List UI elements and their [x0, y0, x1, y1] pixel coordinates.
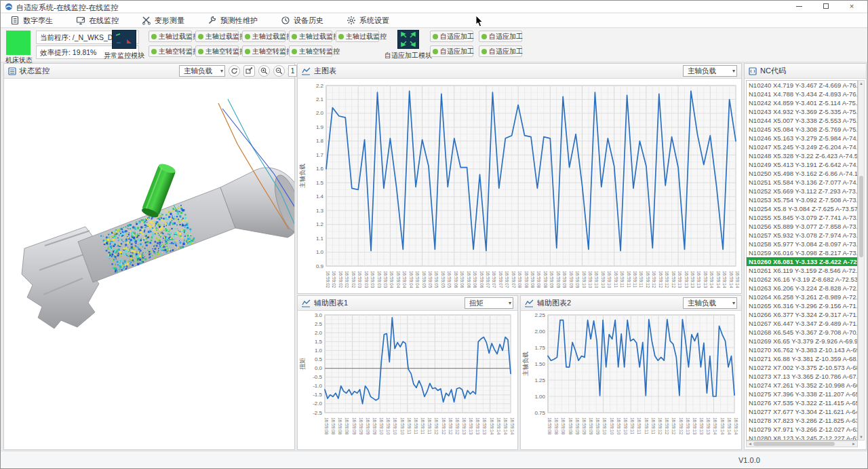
zoom-scale-value[interactable]: 1 — [288, 65, 297, 77]
menu-item-online-monitor[interactable]: 在线监控 — [73, 14, 121, 27]
spindle-idle-monitor-button[interactable]: 主轴空转监控 — [149, 45, 192, 57]
scroll-up-icon[interactable]: ▲ — [859, 81, 864, 86]
scrollbar-thumb[interactable] — [859, 176, 863, 257]
nc-line[interactable]: N10241 X4.788 Y-3.434 Z-4.893 A-76.062 — [747, 90, 857, 98]
adaptive-machining-button[interactable]: 自适应加工 — [430, 45, 473, 57]
nc-line[interactable]: N10262 X6.16 Y-3.19 Z-8.682 A-72.534 C — [747, 275, 857, 284]
adaptive-machining-button[interactable]: 自适应加工 — [479, 45, 522, 57]
app-window: 自适应系统-在线监控-在线监控 × 数字孪生 在线监控 变形测量 预测性维护 设… — [0, 0, 868, 469]
spindle-idle-monitor-button[interactable]: 主轴空转监控 — [242, 45, 285, 57]
zoom-out-icon[interactable] — [273, 65, 285, 77]
nc-line[interactable]: N10277 X7.677 Y-3.304 Z-11.621 A-64.48 — [747, 407, 857, 416]
nc-line[interactable]: N10256 X5.889 Y-3.077 Z-7.858 A-73.348 — [747, 222, 857, 231]
nc-line[interactable]: N10267 X6.447 Y-3.347 Z-9.489 A-71.055 — [747, 319, 857, 328]
aux-chart1-metric-dropdown[interactable]: 扭矩▾ — [465, 297, 513, 309]
nc-line[interactable]: N10257 X5.932 Y-3.078 Z-7.974 A-73.243 — [747, 231, 857, 240]
nc-line[interactable]: N10264 X6.258 Y-3.261 Z-8.989 A-72.072 — [747, 293, 857, 301]
nc-line[interactable]: N10266 X6.377 Y-3.324 Z-9.317 A-71.443 — [747, 310, 857, 319]
nc-line[interactable]: N10244 X5.007 Y-3.338 Z-5.553 A-75.297 — [747, 116, 857, 125]
nc-line[interactable]: N10263 X6.206 Y-3.224 Z-8.828 A-72.33 C — [747, 284, 857, 293]
nc-line[interactable]: N10276 X7.535 Y-3.322 Z-11.415 A-65.22 — [747, 398, 857, 407]
efficiency-label: 效率提升: — [40, 48, 71, 56]
spindle-idle-monitor-button[interactable]: 主轴空转监控 — [195, 45, 239, 57]
spindle-overload-monitor-button[interactable]: 主轴过载监控 — [195, 31, 239, 42]
nc-line-current[interactable]: N10260 X6.081 Y-3.133 Z-8.422 A-72.835 — [747, 257, 857, 266]
nc-line[interactable]: N10269 X6.65 Y-3.379 Z-9.926 A-69.947 C — [747, 337, 857, 345]
spindle-idle-monitor-button[interactable]: 主轴空转监控 — [289, 45, 332, 57]
scroll-right-icon[interactable]: ► — [851, 442, 856, 446]
svg-text:16:59:13: 16:59:13 — [699, 417, 704, 435]
nc-line[interactable]: N10271 X6.88 Y-3.381 Z-10.359 A-68.711 — [747, 354, 857, 363]
nc-line[interactable]: N10250 X5.498 Y-3.162 Z-6.86 A-74.178 C — [747, 169, 857, 178]
svg-text:16:59:10: 16:59:10 — [594, 271, 599, 288]
nc-line[interactable]: N10245 X5.084 Y-3.308 Z-5.769 A-75.088 — [747, 125, 857, 134]
nc-line[interactable]: N10253 X5.754 Y-3.092 Z-7.508 A-73.677 — [747, 195, 857, 204]
button-label: 主轴空转监控 — [159, 47, 199, 56]
button-label: 自适应加工 — [489, 32, 523, 41]
nc-line[interactable]: N10240 X4.719 Y-3.467 Z-4.669 A-76.396 — [747, 81, 857, 90]
nc-line[interactable]: N10252 X5.669 Y-3.112 Z-7.293 A-73.844 — [747, 187, 857, 195]
nc-line[interactable]: N10259 X6.016 Y-3.098 Z-8.217 A-73.036 — [747, 248, 857, 257]
menu-item-deformation-measure[interactable]: 变形测量 — [139, 14, 187, 27]
svg-text:16:59:14: 16:59:14 — [734, 417, 738, 435]
close-button[interactable]: × — [840, 1, 863, 13]
svg-text:16:59:14: 16:59:14 — [503, 417, 508, 435]
menu-item-predictive-maintenance[interactable]: 预测性维护 — [205, 14, 260, 27]
rotate-view-icon[interactable] — [229, 65, 240, 77]
spindle-overload-monitor-button[interactable]: 主轴过载监控 — [289, 31, 332, 42]
nc-line[interactable]: N10243 X4.932 Y-3.369 Z-5.335 A-75.523 — [747, 107, 857, 116]
nc-line[interactable]: N10248 X5.328 Y-3.22 Z-6.423 A-74.52 C — [747, 151, 857, 160]
spindle-overload-monitor-button[interactable]: 主轴过载监控 — [149, 31, 192, 42]
menu-item-device-history[interactable]: 设备历史 — [278, 14, 326, 27]
nc-line[interactable]: N10251 X5.584 Y-3.136 Z-7.077 A-74.012 — [747, 178, 857, 187]
svg-text:16:59:11: 16:59:11 — [633, 271, 637, 288]
adaptive-machining-module-icon[interactable] — [397, 30, 419, 49]
minimize-button[interactable] — [787, 1, 810, 13]
line-chart-icon — [525, 299, 534, 307]
aux-chart2-metric-dropdown[interactable]: 主轴负载▾ — [683, 297, 737, 309]
nc-line[interactable]: N10258 X5.977 Y-3.084 Z-8.097 A-73.138 — [747, 240, 857, 248]
maximize-button[interactable] — [814, 1, 837, 13]
nc-line[interactable]: N10275 X7.396 Y-3.338 Z-11.207 A-65.95 — [747, 390, 857, 398]
nc-line[interactable]: N10261 X6.119 Y-3.159 Z-8.546 A-72.701 — [747, 266, 857, 275]
anomaly-monitor-module-icon[interactable] — [112, 30, 136, 49]
nc-line[interactable]: N10268 X6.545 Y-3.367 Z-9.708 A-70.519 — [747, 328, 857, 337]
nc-horizontal-scrollbar[interactable]: ◄ ► — [746, 440, 858, 447]
nc-line[interactable]: N10265 X6.316 Y-3.296 Z-9.156 A-71.771 — [747, 301, 857, 310]
svg-text:16:59:03: 16:59:03 — [357, 271, 362, 288]
svg-text:16:59:12: 16:59:12 — [658, 417, 663, 435]
nc-line[interactable]: N10278 X7.823 Y-3.286 Z-11.825 A-63.73 — [747, 416, 857, 425]
nc-line[interactable]: N10247 X5.245 Y-3.249 Z-6.204 A-74.701 — [747, 143, 857, 151]
status-metric-dropdown[interactable]: 主轴负载▾ — [179, 65, 225, 77]
scrollbar-thumb[interactable] — [753, 442, 835, 446]
nc-line[interactable]: N10272 X7.002 Y-3.375 Z-10.573 A-68.05 — [747, 363, 857, 372]
scroll-down-icon[interactable]: ▼ — [859, 435, 864, 439]
adaptive-machining-button[interactable]: 自适应加工 — [430, 31, 473, 42]
nc-line[interactable]: N10280 X8.123 Y-3.245 Z-12.227 A-62.23 — [747, 434, 857, 440]
nc-line[interactable]: N10254 X5.8 Y-3.084 Z-7.625 A-73.571 C — [747, 204, 857, 213]
scroll-left-icon[interactable]: ◄ — [747, 442, 753, 446]
nc-line[interactable]: N10273 X7.13 Y-3.365 Z-10.786 A-67.372 — [747, 372, 857, 381]
nc-vertical-scrollbar[interactable]: ▲ ▼ — [858, 80, 865, 440]
spindle-overload-monitor-button[interactable]: 主轴过载监控 — [336, 31, 379, 42]
main-chart-metric-dropdown[interactable]: 主轴负载▾ — [683, 65, 737, 77]
menu-item-digital-twin[interactable]: 数字孪生 — [7, 14, 56, 27]
nc-line[interactable]: N10249 X5.413 Y-3.191 Z-6.642 A-74.346 — [747, 160, 857, 169]
svg-text:16:59:05: 16:59:05 — [447, 271, 452, 288]
nc-line[interactable]: N10246 X5.163 Y-3.279 Z-5.984 A-74.892 — [747, 134, 857, 143]
export-view-icon[interactable] — [243, 65, 255, 77]
menu-label: 在线监控 — [89, 16, 119, 26]
machine-3d-view[interactable] — [4, 79, 294, 449]
nc-code-list[interactable]: N10240 X4.719 Y-3.467 Z-4.669 A-76.396N1… — [746, 80, 858, 440]
adaptive-machining-button[interactable]: 自适应加工 — [479, 31, 522, 42]
zoom-in-icon[interactable] — [258, 65, 270, 77]
nc-line[interactable]: N10242 X4.859 Y-3.401 Z-5.114 A-75.775 — [747, 98, 857, 107]
spindle-overload-monitor-button[interactable]: 主轴过载监控 — [242, 31, 285, 42]
nc-line[interactable]: N10279 X7.971 Y-3.266 Z-12.027 A-62.98 — [747, 425, 857, 434]
nc-line[interactable]: N10255 X5.845 Y-3.079 Z-7.741 A-73.458 — [747, 213, 857, 222]
menu-item-system-settings[interactable]: 系统设置 — [344, 14, 392, 27]
svg-text:1.1: 1.1 — [316, 236, 324, 242]
nc-line[interactable]: N10270 X6.762 Y-3.383 Z-10.143 A-69.34 — [747, 345, 857, 354]
svg-text:16:59:06: 16:59:06 — [454, 271, 458, 288]
nc-line[interactable]: N10274 X7.261 Y-3.352 Z-10.998 A-66.67 — [747, 381, 857, 390]
